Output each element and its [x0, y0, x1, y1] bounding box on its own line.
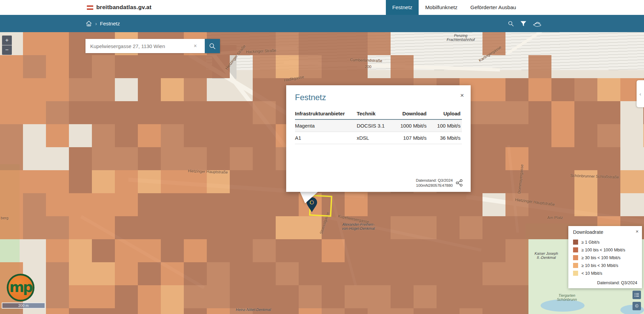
coverage-cell [482, 308, 505, 314]
nav-tab-mobilfunknetz[interactable]: Mobilfunknetz [419, 0, 464, 15]
coverage-cell [161, 193, 184, 216]
coverage-cell [299, 239, 322, 262]
coverage-cell [230, 193, 253, 216]
coverage-cell [368, 239, 391, 262]
map-label: 200 [365, 65, 371, 69]
coverage-cell [437, 239, 460, 262]
coverage-cell [505, 308, 528, 314]
coverage-cell [597, 147, 620, 170]
coverage-cell [322, 55, 345, 78]
coverage-cell [23, 32, 46, 55]
clear-search-button[interactable]: × [190, 39, 200, 53]
legend-swatch [573, 263, 578, 268]
search-icon[interactable] [507, 20, 514, 27]
legend-label: ≥ 10 bis < 30 Mbit/s [581, 263, 618, 268]
coverage-cell [207, 285, 230, 308]
coverage-cell [161, 78, 184, 101]
coverage-cell [482, 124, 505, 147]
coverage-cell [505, 78, 528, 101]
zoom-out-button[interactable]: − [2, 45, 12, 55]
coverage-cell [230, 170, 253, 193]
coverage-cell [276, 55, 299, 78]
table-cell: DOCSIS 3.1 [357, 119, 390, 132]
coverage-cell [161, 147, 184, 170]
map-label: Tiergarten Schönbrunn [557, 293, 577, 301]
map-canvas[interactable]: Hackinger StraßePenzing FrachtenbahnhofC… [0, 32, 644, 314]
search-button[interactable] [205, 39, 220, 53]
coverage-cell [414, 285, 437, 308]
coverage-cell [115, 170, 138, 193]
copyright-button[interactable]: © [633, 302, 641, 310]
legend-swatch [573, 247, 578, 252]
legend-toggle-button[interactable] [633, 291, 641, 299]
coverage-cell [69, 216, 92, 239]
coverage-cell [184, 193, 207, 216]
coverage-cell [482, 262, 505, 285]
coverage-cell [0, 124, 23, 147]
legend-item: ≥ 1 Gbit/s [573, 238, 637, 246]
coverage-cell [391, 239, 414, 262]
nav-tab-gef-rderter-ausbau[interactable]: Geförderter Ausbau [464, 0, 522, 15]
legend-item: ≥ 100 bis < 1000 Mbit/s [573, 246, 637, 254]
coverage-cell [551, 101, 574, 124]
coverage-cell [322, 262, 345, 285]
popup-pointer [300, 191, 319, 203]
coverage-cell [574, 78, 597, 101]
coverage-cell [92, 285, 115, 308]
coverage-cell [184, 55, 207, 78]
coverage-cell [92, 55, 115, 78]
zoom-in-button[interactable]: + [2, 36, 12, 45]
coverage-cell [69, 308, 92, 314]
search-icon [209, 43, 216, 50]
coverage-cell [482, 101, 505, 124]
panel-expand-tab[interactable]: ‹ [637, 80, 644, 107]
coverage-cell [115, 55, 138, 78]
nav-tab-festnetz[interactable]: Festnetz [386, 0, 419, 15]
coverage-cell [46, 216, 69, 239]
copyright-icon: © [635, 304, 639, 309]
coverage-cell [276, 262, 299, 285]
brand[interactable]: breitbandatlas.gv.at [87, 0, 151, 15]
coverage-cell [437, 262, 460, 285]
share-icon[interactable] [455, 179, 463, 187]
coverage-cell [505, 124, 528, 147]
coverage-cell [322, 239, 345, 262]
coverage-cell [551, 124, 574, 147]
coverage-cell [207, 101, 230, 124]
coverage-cell [528, 216, 551, 239]
coverage-cell [391, 193, 414, 216]
coverage-cell [0, 308, 23, 314]
coverage-cell [345, 32, 368, 55]
filter-icon[interactable] [520, 20, 527, 27]
coverage-cell [253, 124, 276, 147]
festnetz-popup: Festnetz × InfrastrukturanbieterTechnikD… [286, 85, 471, 192]
popup-close-button[interactable]: × [460, 92, 464, 98]
popup-title: Festnetz [295, 93, 462, 102]
coverage-cell [368, 32, 391, 55]
breadcrumb-page[interactable]: Festnetz [100, 21, 120, 27]
search-input[interactable] [85, 39, 205, 53]
provider-table: InfrastrukturanbieterTechnikDownloadUplo… [295, 108, 462, 144]
legend-close-button[interactable]: × [636, 229, 639, 234]
coverage-cell [161, 55, 184, 78]
table-header: Download [390, 108, 428, 119]
map-label: Kaiser Joseph II.-Denkmal [535, 251, 558, 260]
coverage-cell [574, 147, 597, 170]
layers-icon[interactable] [532, 20, 542, 27]
breadcrumb: › Festnetz [85, 15, 120, 32]
coverage-cell [92, 78, 115, 101]
coverage-cell [551, 147, 574, 170]
home-icon[interactable] [85, 20, 92, 27]
coverage-cell [253, 55, 276, 78]
coverage-cell [482, 78, 505, 101]
coverage-cell [253, 285, 276, 308]
legend-title: Downloadrate [573, 229, 637, 235]
coverage-cell [184, 170, 207, 193]
coverage-cell [161, 308, 184, 314]
coverage-cell [0, 55, 23, 78]
coverage-cell [345, 262, 368, 285]
coverage-cell [574, 124, 597, 147]
coverage-cell [69, 239, 92, 262]
coverage-cell [505, 147, 528, 170]
coverage-cell [46, 124, 69, 147]
